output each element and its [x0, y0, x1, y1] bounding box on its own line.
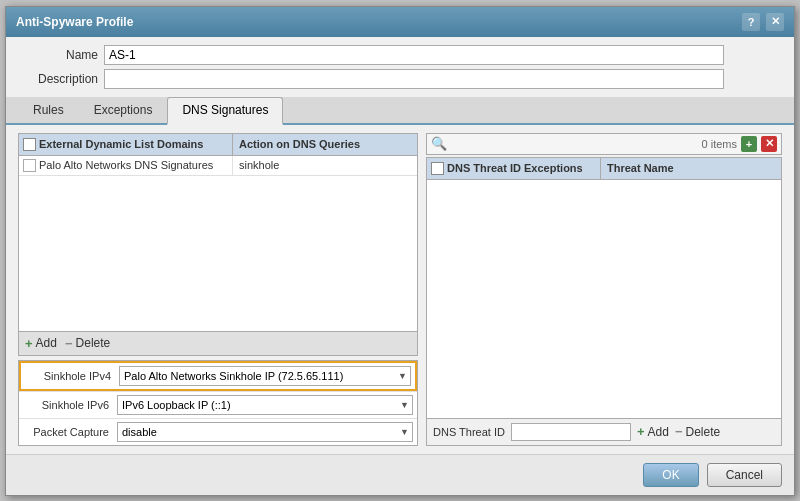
sinkhole-ipv4-label: Sinkhole IPv4: [25, 370, 115, 382]
tab-dns-signatures[interactable]: DNS Signatures: [167, 97, 283, 125]
sinkhole-ipv4-select[interactable]: Palo Alto Networks Sinkhole IP (72.5.65.…: [119, 366, 411, 386]
desc-row: Description: [18, 69, 782, 89]
search-bar: 🔍 0 items + ✕: [426, 133, 782, 155]
col-domain: External Dynamic List Domains: [33, 134, 233, 155]
header-checkbox-cell: [19, 134, 33, 155]
dns-minus-icon: −: [675, 424, 683, 439]
right-add-icon[interactable]: +: [741, 136, 757, 152]
delete-label: Delete: [76, 336, 111, 350]
packet-capture-select-wrapper: disable single-packet extended-capture ▼: [117, 422, 413, 442]
dns-delete-label: Delete: [685, 425, 720, 439]
dns-threat-input[interactable]: [511, 423, 631, 441]
table-row: Palo Alto Networks DNS Signatures sinkho…: [19, 156, 417, 176]
left-col-header: External Dynamic List Domains Action on …: [19, 134, 417, 156]
items-count: 0 items: [702, 138, 737, 150]
desc-input[interactable]: [104, 69, 724, 89]
col-threat-name: Threat Name: [601, 158, 781, 179]
left-table-body: Palo Alto Networks DNS Signatures sinkho…: [19, 156, 417, 331]
delete-button[interactable]: − Delete: [65, 336, 110, 351]
dns-plus-icon: +: [637, 424, 645, 439]
packet-capture-row: Packet Capture disable single-packet ext…: [19, 418, 417, 445]
packet-capture-label: Packet Capture: [23, 426, 113, 438]
left-section: External Dynamic List Domains Action on …: [18, 133, 418, 446]
dialog-title: Anti-Spyware Profile: [16, 15, 133, 29]
title-bar-icons: ? ✕: [742, 13, 784, 31]
cell-action: sinkhole: [233, 156, 417, 175]
footer: OK Cancel: [6, 454, 794, 495]
right-col-header: DNS Threat ID Exceptions Threat Name: [427, 158, 781, 180]
tabs-bar: Rules Exceptions DNS Signatures: [6, 97, 794, 125]
desc-label: Description: [18, 72, 98, 86]
left-table: External Dynamic List Domains Action on …: [18, 133, 418, 356]
right-del-icon[interactable]: ✕: [761, 136, 777, 152]
form-area: Name Description: [6, 37, 794, 97]
sinkhole-ipv6-row: Sinkhole IPv6 IPv6 Loopback IP (::1) Oth…: [19, 391, 417, 418]
dns-delete-button[interactable]: − Delete: [675, 424, 720, 439]
sinkhole-ipv6-select[interactable]: IPv6 Loopback IP (::1) Other: [117, 395, 413, 415]
right-header-checkbox-cell: [427, 158, 441, 179]
add-button[interactable]: + Add: [25, 336, 57, 351]
close-icon[interactable]: ✕: [766, 13, 784, 31]
col-action: Action on DNS Queries: [233, 134, 417, 155]
cell-domain: Palo Alto Networks DNS Signatures: [33, 156, 233, 175]
add-label: Add: [36, 336, 57, 350]
right-bottom: DNS Threat ID + Add − Delete: [427, 418, 781, 445]
search-icon: 🔍: [431, 136, 447, 151]
right-table: DNS Threat ID Exceptions Threat Name DNS…: [426, 157, 782, 446]
dialog: Anti-Spyware Profile ? ✕ Name Descriptio…: [5, 6, 795, 496]
col-threat-id: DNS Threat ID Exceptions: [441, 158, 601, 179]
dns-add-label: Add: [648, 425, 669, 439]
search-input[interactable]: [451, 138, 698, 150]
name-label: Name: [18, 48, 98, 62]
name-input[interactable]: [104, 45, 724, 65]
help-icon[interactable]: ?: [742, 13, 760, 31]
dns-add-button[interactable]: + Add: [637, 424, 669, 439]
sinkhole-ipv4-select-wrapper: Palo Alto Networks Sinkhole IP (72.5.65.…: [119, 366, 411, 386]
sinkhole-ipv4-row: Sinkhole IPv4 Palo Alto Networks Sinkhol…: [19, 361, 417, 391]
plus-icon: +: [25, 336, 33, 351]
right-table-body: [427, 180, 781, 418]
cancel-button[interactable]: Cancel: [707, 463, 782, 487]
packet-capture-select[interactable]: disable single-packet extended-capture: [117, 422, 413, 442]
dns-threat-label: DNS Threat ID: [433, 426, 505, 438]
sinkhole-ipv6-select-wrapper: IPv6 Loopback IP (::1) Other ▼: [117, 395, 413, 415]
sinkhole-section: Sinkhole IPv4 Palo Alto Networks Sinkhol…: [18, 360, 418, 446]
tab-rules[interactable]: Rules: [18, 97, 79, 123]
minus-icon: −: [65, 336, 73, 351]
right-panel: 🔍 0 items + ✕ DNS Threat ID Exceptions T…: [426, 133, 782, 446]
row-checkbox-cell: [19, 156, 33, 175]
title-bar: Anti-Spyware Profile ? ✕: [6, 7, 794, 37]
left-toolbar: + Add − Delete: [19, 331, 417, 355]
tab-exceptions[interactable]: Exceptions: [79, 97, 168, 123]
sinkhole-ipv6-label: Sinkhole IPv6: [23, 399, 113, 411]
ok-button[interactable]: OK: [643, 463, 698, 487]
main-content: External Dynamic List Domains Action on …: [6, 125, 794, 454]
name-row: Name: [18, 45, 782, 65]
